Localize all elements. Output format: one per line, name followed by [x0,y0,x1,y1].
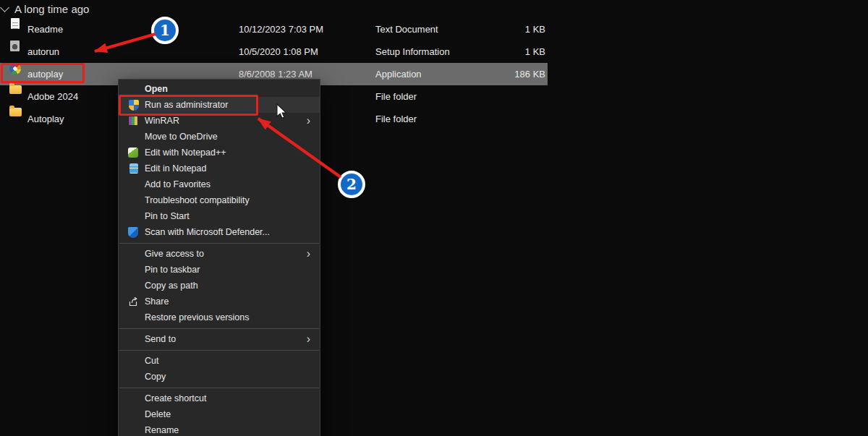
menu-separator [119,243,319,244]
annotation-box-run-as-administrator [119,95,258,116]
menu-item-pin-to-taskbar[interactable]: Pin to taskbar [119,262,320,278]
notepad-icon [129,163,138,174]
file-name: Adobe 2024 [27,85,78,108]
winrar-icon [128,116,138,126]
menu-item-cut[interactable]: Cut [119,353,320,369]
file-date: 10/5/2020 1:08 PM [239,40,318,63]
menu-separator [119,388,319,388]
menu-item-restore-previous-versions[interactable]: Restore previous versions [119,309,320,325]
menu-item-copy-as-path[interactable]: Copy as path [119,278,320,294]
submenu-chevron-icon: › [307,331,310,346]
file-name: Readme [27,18,63,40]
menu-item-add-to-favorites[interactable]: Add to Favorites [119,176,320,192]
menu-item-move-to-onedrive[interactable]: Move to OneDrive [119,129,320,145]
context-menu: Open Run as administrator WinRAR › Move … [118,79,320,436]
file-type: Application [375,63,422,85]
menu-item-troubleshoot-compatibility[interactable]: Troubleshoot compatibility [119,192,320,208]
menu-item-copy[interactable]: Copy [119,369,320,385]
setup-information-icon [10,40,20,51]
menu-separator [119,328,319,329]
file-size: 186 KB [459,63,545,85]
submenu-chevron-icon: › [307,246,310,261]
step-2-number: 2 [346,176,357,193]
menu-item-send-to[interactable]: Send to › [119,331,320,347]
file-size: 1 KB [459,18,545,40]
menu-item-create-shortcut[interactable]: Create shortcut [119,390,320,406]
menu-separator [119,350,319,351]
file-row-autorun[interactable]: autorun 10/5/2020 1:08 PM Setup Informat… [0,40,548,63]
group-header-label: A long time ago [14,3,89,15]
file-type: File folder [375,108,417,130]
menu-item-edit-in-notepad[interactable]: Edit in Notepad [119,161,320,176]
file-row-readme[interactable]: Readme 10/12/2023 7:03 PM Text Document … [0,18,548,40]
menu-item-pin-to-start[interactable]: Pin to Start [119,208,320,224]
file-name: Autoplay [27,108,64,130]
defender-shield-icon [128,227,138,238]
file-type: Setup Information [375,40,450,63]
menu-item-delete[interactable]: Delete [119,406,320,422]
step-1-badge: 1 [151,17,179,44]
file-type: File folder [375,85,417,108]
step-2-badge: 2 [338,171,365,198]
chevron-down-icon [0,3,9,12]
group-header[interactable]: A long time ago [1,0,89,17]
menu-item-share[interactable]: Share [119,294,320,309]
menu-item-scan-with-defender[interactable]: Scan with Microsoft Defender... [119,224,320,240]
menu-item-edit-with-notepadpp[interactable]: Edit with Notepad++ [119,145,320,161]
share-icon [128,296,139,307]
text-document-icon [11,18,20,29]
file-size: 1 KB [459,40,545,63]
folder-icon [9,85,22,94]
notepad-plus-plus-icon [128,148,138,158]
file-date: 10/12/2023 7:03 PM [239,18,323,40]
file-type: Text Document [375,18,438,40]
annotation-box-autoplay [1,63,85,83]
step-1-number: 1 [160,22,170,39]
file-name: autorun [27,40,59,63]
menu-item-give-access-to[interactable]: Give access to › [119,246,320,262]
menu-item-rename[interactable]: Rename [119,422,320,436]
submenu-chevron-icon: › [307,113,310,128]
folder-icon [9,108,22,116]
file-explorer-window: A long time ago Readme 10/12/2023 7:03 P… [0,0,868,436]
